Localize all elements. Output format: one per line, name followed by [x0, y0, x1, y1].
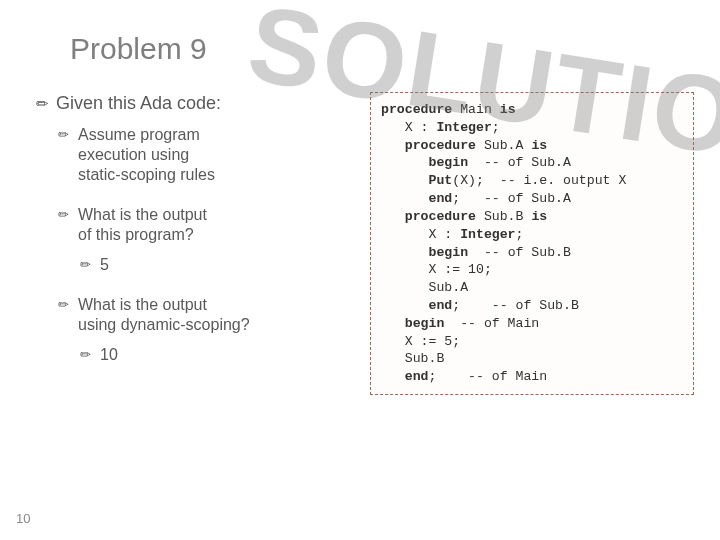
kw-is: is	[531, 138, 547, 153]
kw-end: end	[381, 369, 428, 384]
kw-end: end	[381, 191, 452, 206]
code-box: procedure Main is X : Integer; procedure…	[370, 92, 694, 395]
code-text: X :	[381, 227, 460, 242]
code-comment: -- of Sub.A	[468, 155, 571, 170]
q2-rest: is the output	[115, 296, 207, 313]
kw-end: end	[381, 298, 452, 313]
code-text: ; -- of Sub.B	[452, 298, 579, 313]
kw-integer: Integer	[460, 227, 515, 242]
assume-bullet: ✏ Assume program execution using static-…	[58, 125, 346, 185]
q2-answer: 10	[100, 346, 118, 363]
assume-lead: Assume	[78, 126, 136, 143]
spacer	[36, 285, 346, 295]
bullet-icon: ✏	[36, 95, 49, 114]
code-text: X :	[381, 120, 436, 135]
kw-begin: begin	[381, 316, 444, 331]
kw-integer: Integer	[436, 120, 491, 135]
kw-procedure: procedure	[381, 138, 476, 153]
bullet-icon: ✏	[80, 257, 91, 273]
slide-title: Problem 9	[70, 32, 694, 66]
code-text: Main	[452, 102, 499, 117]
assume-cont1: execution using	[78, 145, 346, 165]
kw-procedure: procedure	[381, 209, 476, 224]
q1-cont1: of this program?	[78, 225, 346, 245]
code-text: Sub.B	[381, 351, 444, 366]
kw-procedure: procedure	[381, 102, 452, 117]
q2-bullet: ✏ What is the output using dynamic-scopi…	[58, 295, 346, 335]
heading-text: Given this Ada code:	[56, 93, 221, 113]
right-column: procedure Main is X : Integer; procedure…	[370, 92, 694, 395]
code-text: X := 5;	[381, 334, 460, 349]
q1-lead: What	[78, 206, 115, 223]
code-text: Sub.A	[476, 138, 531, 153]
q2-answer-bullet: ✏ 10	[80, 345, 346, 365]
bullet-icon: ✏	[80, 347, 91, 363]
bullet-icon: ✏	[58, 297, 69, 313]
q1-answer-bullet: ✏ 5	[80, 255, 346, 275]
content-columns: ✏ Given this Ada code: ✏ Assume program …	[36, 92, 694, 395]
code-text: ; -- of Sub.A	[452, 191, 571, 206]
kw-is: is	[500, 102, 516, 117]
kw-is: is	[531, 209, 547, 224]
spacer	[36, 195, 346, 205]
code-text: Sub.B	[476, 209, 531, 224]
kw-begin: begin	[381, 155, 468, 170]
q1-rest: is the output	[115, 206, 207, 223]
code-text: ; -- of Main	[428, 369, 547, 384]
code-comment: -- of Main	[444, 316, 539, 331]
bullet-icon: ✏	[58, 207, 69, 223]
assume-cont2: static-scoping rules	[78, 165, 346, 185]
page-number: 10	[16, 511, 30, 526]
code-text: (X); -- i.e. output X	[452, 173, 626, 188]
kw-put: Put	[381, 173, 452, 188]
code-text: X := 10;	[381, 262, 492, 277]
left-column: ✏ Given this Ada code: ✏ Assume program …	[36, 92, 346, 395]
assume-rest: program	[136, 126, 200, 143]
code-text: Sub.A	[381, 280, 468, 295]
heading-bullet: ✏ Given this Ada code:	[36, 92, 346, 115]
q1-bullet: ✏ What is the output of this program?	[58, 205, 346, 245]
slide: SOLUTIONS Problem 9 ✏ Given this Ada cod…	[0, 0, 720, 540]
code-text: ;	[516, 227, 524, 242]
q1-answer: 5	[100, 256, 109, 273]
q2-lead: What	[78, 296, 115, 313]
bullet-icon: ✏	[58, 127, 69, 143]
code-comment: -- of Sub.B	[468, 245, 571, 260]
code-text: ;	[492, 120, 500, 135]
q2-cont1: using dynamic-scoping?	[78, 315, 346, 335]
kw-begin: begin	[381, 245, 468, 260]
